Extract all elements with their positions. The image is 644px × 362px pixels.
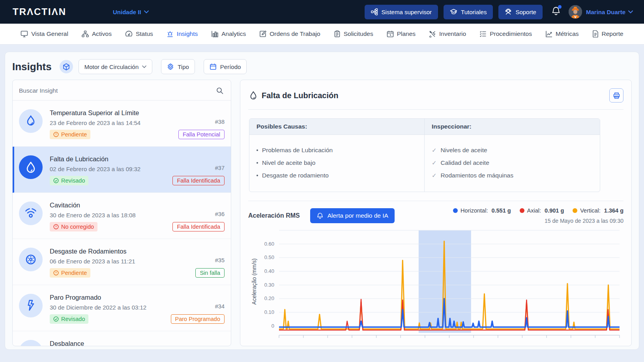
print-button[interactable] bbox=[609, 88, 623, 103]
printer-icon bbox=[613, 92, 620, 99]
tab-metricas[interactable]: Métricas bbox=[545, 30, 579, 37]
search-input[interactable] bbox=[19, 87, 193, 94]
cube-icon bbox=[63, 63, 70, 71]
flame-icon bbox=[19, 109, 43, 133]
notification-dot bbox=[558, 5, 562, 9]
tractian-logo: TRΛCTIΛN bbox=[13, 6, 66, 17]
tab-vista-general[interactable]: Vista General bbox=[21, 30, 68, 37]
ai-alert-label: Alerta por medio de IA bbox=[328, 212, 388, 219]
asset-filter-label: Motor de Circulación bbox=[84, 63, 139, 70]
detail-title: Falta de Lubricación bbox=[262, 91, 605, 100]
chevron-down-icon bbox=[628, 10, 633, 13]
tab-procedimientos[interactable]: Procedimientos bbox=[479, 30, 532, 37]
tab-reporte[interactable]: Reporte bbox=[592, 30, 623, 37]
unit-selector-label: Unidade II bbox=[113, 9, 141, 15]
tutoriales-button[interactable]: Tutoriales bbox=[444, 5, 493, 19]
insight-list-item[interactable]: Temperatura Superior al Límite 23 de Feb… bbox=[13, 101, 231, 147]
svg-text:0.30: 0.30 bbox=[264, 282, 274, 288]
droplet-icon bbox=[19, 155, 43, 179]
clipboard-icon bbox=[334, 30, 341, 37]
insight-date: 30 de Diciembre de 2022 a las 03:12 bbox=[50, 304, 164, 311]
insight-date: 23 de Febrero de 2023 a las 14:54 bbox=[50, 119, 171, 126]
asset-filter-dropdown[interactable]: Motor de Circulación bbox=[79, 59, 153, 74]
tab-label: Insights bbox=[177, 30, 198, 37]
tab-planes[interactable]: Planes bbox=[387, 30, 416, 37]
metrics-chart-icon bbox=[545, 30, 552, 37]
calendar-clock-icon bbox=[387, 30, 394, 37]
period-filter-label: Período bbox=[220, 63, 241, 70]
insight-number: #37 bbox=[215, 165, 225, 171]
insight-date: 02 de Febrero de 2023 a las 09:32 bbox=[50, 166, 165, 172]
tab-label: Métricas bbox=[556, 30, 579, 37]
sistema-supervisor-button[interactable]: Sistema supervisor bbox=[365, 5, 438, 19]
inspect-header: Inspeccionar: bbox=[425, 119, 600, 135]
top-navigation-bar: TRΛCTIΛN Unidade II Sistema supervisor T… bbox=[0, 0, 644, 24]
tab-solicitudes[interactable]: Solicitudes bbox=[334, 30, 373, 37]
insight-title: Paro Programado bbox=[50, 294, 164, 301]
unit-selector[interactable]: Unidade II bbox=[113, 9, 149, 15]
avatar bbox=[569, 5, 582, 19]
document-icon bbox=[592, 30, 599, 37]
chart-title: Aceleración RMS bbox=[248, 212, 300, 219]
gear-icon bbox=[167, 63, 174, 70]
tab-status[interactable]: Status bbox=[125, 30, 153, 37]
legend-horizontal: Horizontal:0.551 g bbox=[453, 207, 511, 214]
insight-search-row bbox=[13, 80, 231, 101]
tab-activos[interactable]: Activos bbox=[82, 30, 112, 37]
insight-list-item-selected[interactable]: Falta de Lubricación 02 de Febrero de 20… bbox=[13, 147, 231, 193]
chevron-down-icon bbox=[144, 10, 149, 13]
tab-label: Status bbox=[136, 30, 153, 37]
svg-text:0: 0 bbox=[271, 323, 274, 329]
search-icon[interactable] bbox=[216, 87, 224, 95]
alert-circle-icon bbox=[53, 132, 59, 137]
asset-cube-badge[interactable] bbox=[60, 60, 73, 73]
insight-number: #35 bbox=[215, 257, 225, 263]
insight-date: 30 de Enero de 2023 a las 18:08 bbox=[50, 212, 165, 218]
vibration-icon bbox=[19, 202, 43, 225]
tab-label: Activos bbox=[92, 30, 112, 37]
bullet bbox=[256, 149, 258, 151]
user-name-label: Marina Duarte bbox=[586, 9, 625, 15]
check-circle-icon bbox=[53, 178, 59, 183]
inspect-item: ✓Calidad del aceite bbox=[432, 159, 593, 166]
check-circle-icon bbox=[53, 316, 59, 322]
cause-item: Problemas de Lubricación bbox=[256, 147, 417, 154]
page-title: Insights bbox=[12, 61, 52, 73]
tab-analytics[interactable]: Analytics bbox=[211, 30, 246, 37]
svg-text:0.50: 0.50 bbox=[264, 254, 274, 260]
period-filter-button[interactable]: Período bbox=[204, 59, 247, 74]
tab-label: Solicitudes bbox=[344, 30, 373, 37]
tab-insights[interactable]: Insights bbox=[167, 30, 198, 37]
module-tab-bar: Vista General Activos Status Insights An… bbox=[0, 24, 644, 45]
soporte-button[interactable]: Soporte bbox=[498, 5, 543, 19]
notifications-bell[interactable] bbox=[551, 6, 561, 18]
check-icon: ✓ bbox=[432, 159, 437, 166]
calendar-icon bbox=[210, 63, 217, 70]
monitor-icon bbox=[21, 30, 28, 37]
status-badge: Revisado bbox=[50, 176, 88, 185]
insight-list-item[interactable]: Desbalance 18 de Diciembre de 2022 a las… bbox=[13, 331, 231, 346]
insight-list-item[interactable]: Desgaste de Rodamientos 06 de Enero de 2… bbox=[13, 239, 231, 285]
svg-text:Aceleração (mm/s): Aceleração (mm/s) bbox=[251, 258, 257, 304]
insight-detail-panel: Falta de Lubricación Posibles Causas: In… bbox=[240, 80, 632, 346]
insight-list-item[interactable]: Cavitación 30 de Enero de 2023 a las 18:… bbox=[13, 193, 231, 239]
type-filter-button[interactable]: Tipo bbox=[161, 59, 195, 74]
svg-text:0.40: 0.40 bbox=[264, 268, 274, 274]
insight-list-panel: Temperatura Superior al Límite 23 de Feb… bbox=[12, 80, 231, 346]
user-menu[interactable]: Marina Duarte bbox=[569, 5, 633, 19]
rms-chart: 00.100.200.300.400.500.60Aceleração (mm/… bbox=[248, 226, 623, 344]
tab-inventario[interactable]: Inventario bbox=[429, 30, 466, 37]
insight-title: Cavitación bbox=[50, 202, 165, 209]
tab-ordens-de-trabajo[interactable]: Ordens de Trabajo bbox=[259, 30, 320, 37]
tab-label: Planes bbox=[397, 30, 416, 37]
alarm-light-icon bbox=[167, 30, 174, 37]
insight-list-item[interactable]: Paro Programado 30 de Diciembre de 2022 … bbox=[13, 285, 231, 331]
cause-item: Nivel de aceite bajo bbox=[256, 159, 417, 166]
tab-label: Ordens de Trabajo bbox=[270, 30, 320, 37]
insight-title: Desgaste de Rodamientos bbox=[50, 248, 188, 255]
status-badge: Pendiente bbox=[50, 268, 90, 278]
ai-alert-button[interactable]: Alerta por medio de IA bbox=[310, 208, 395, 223]
legend-dot-blue bbox=[453, 208, 458, 213]
bearing-icon bbox=[19, 248, 43, 271]
alert-circle-icon bbox=[53, 224, 59, 230]
